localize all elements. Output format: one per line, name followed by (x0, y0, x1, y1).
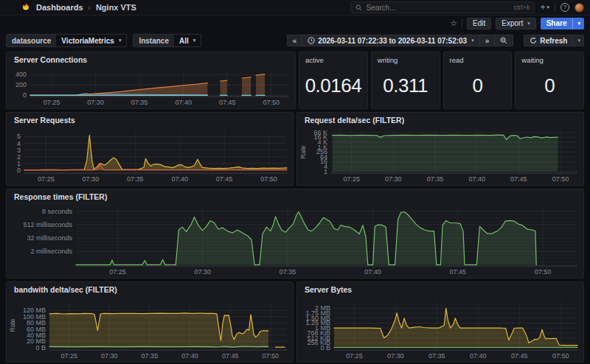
search-placeholder: Search... (366, 4, 395, 12)
svg-text:07:35: 07:35 (428, 352, 445, 360)
server-requests-chart[interactable]: 01234507:2507:3007:3507:4007:4507:50 (8, 127, 291, 183)
svg-text:512 milliseconds: 512 milliseconds (23, 221, 72, 228)
panel-title[interactable]: bandwith delta/sec (FILTER) (7, 282, 293, 297)
datasource-value: VictoriaMetrics (61, 37, 114, 45)
svg-text:Rate: Rate (9, 318, 16, 332)
share-dropdown-button[interactable]: ▾ (572, 18, 584, 29)
time-range-text: 2026-03-11 07:22:33 to 2026-03-11 07:52:… (318, 37, 467, 45)
svg-text:07:45: 07:45 (510, 175, 527, 183)
svg-text:07:50: 07:50 (535, 268, 552, 276)
variable-instance: Instance All ▾ (133, 34, 201, 47)
edit-button[interactable]: Edit (467, 18, 491, 29)
panel-server-requests: Server Requests 01234507:2507:3007:3507:… (6, 112, 294, 186)
svg-text:07:30: 07:30 (101, 352, 118, 360)
help-button[interactable]: ? (560, 3, 569, 12)
stat-label[interactable]: active (305, 56, 324, 64)
menu-icon[interactable] (6, 4, 15, 11)
breadcrumb-current: Nginx VTS (96, 3, 136, 12)
time-shift-back-button[interactable]: « (287, 35, 302, 46)
export-button[interactable]: Export ▾ (496, 18, 535, 29)
refresh-button[interactable]: Refresh (524, 35, 572, 46)
panel-title[interactable]: Server Requests (7, 113, 293, 127)
time-controls: « 2026-03-11 07:22:33 to 2026-03-11 07:5… (287, 35, 513, 46)
stat-value: 0.0164 (301, 66, 366, 105)
svg-text:07:35: 07:35 (427, 175, 444, 183)
time-range-picker[interactable]: 2026-03-11 07:22:33 to 2026-03-11 07:52:… (302, 35, 479, 46)
svg-text:120 MB: 120 MB (23, 307, 46, 314)
bandwith-delta-chart[interactable]: 0 B20 MB40 MB60 MB80 MB100 MB120 MB07:25… (8, 297, 291, 360)
zoom-out-button[interactable] (494, 35, 513, 46)
svg-text:07:45: 07:45 (511, 352, 528, 360)
refresh-interval-dropdown[interactable]: ▾ (572, 35, 584, 46)
svg-text:4: 4 (17, 140, 21, 147)
stat-value: 0.311 (373, 66, 438, 105)
divider (555, 3, 555, 12)
grafana-logo (21, 2, 31, 13)
svg-text:07:30: 07:30 (387, 352, 404, 360)
stat-label[interactable]: waiting (521, 56, 544, 64)
zoom-out-icon (500, 37, 507, 44)
request-delta-chart[interactable]: 1416642561 K4 K16 K66 K07:2507:3007:3507… (299, 127, 582, 183)
svg-text:07:50: 07:50 (260, 175, 277, 183)
svg-text:07:30: 07:30 (194, 268, 211, 276)
svg-text:07:35: 07:35 (280, 268, 296, 276)
svg-text:3: 3 (17, 147, 21, 154)
variable-datasource: datasource VictoriaMetrics ▾ (6, 34, 127, 47)
svg-text:07:40: 07:40 (468, 175, 485, 183)
panel-request-delta: Request delta/sec (FILTER) 1416642561 K4… (296, 112, 584, 186)
chevron-down-icon: ▾ (119, 38, 122, 43)
stat-value: 0 (517, 66, 582, 105)
add-button[interactable]: + ▾ (540, 2, 549, 13)
instance-label: Instance (133, 35, 174, 46)
panel-title[interactable]: Request delta/sec (FILTER) (297, 113, 583, 127)
panel-title[interactable]: Server Connections (7, 52, 295, 67)
dashboard-controls-bar: datasource VictoriaMetrics ▾ Instance Al… (0, 31, 590, 50)
panel-title[interactable]: Response times (FILTER) (7, 189, 583, 204)
svg-text:07:40: 07:40 (181, 352, 198, 360)
svg-text:Rate: Rate (299, 145, 307, 158)
chevron-down-icon: ▾ (577, 21, 580, 27)
user-avatar[interactable] (575, 3, 584, 13)
svg-text:07:25: 07:25 (44, 99, 60, 106)
svg-text:07:50: 07:50 (552, 352, 569, 360)
svg-text:66 K: 66 K (313, 129, 327, 136)
svg-text:07:30: 07:30 (83, 175, 100, 183)
share-button[interactable]: Share (541, 18, 573, 29)
svg-text:200: 200 (15, 81, 27, 88)
svg-text:8 seconds: 8 seconds (42, 208, 73, 215)
response-times-chart[interactable]: 8 seconds512 milliseconds32 milliseconds… (8, 204, 582, 276)
stat-panel-active: active 0.0164 (299, 52, 368, 109)
panel-bandwith-delta: bandwith delta/sec (FILTER) 0 B20 MB40 M… (6, 281, 294, 363)
svg-text:07:45: 07:45 (219, 99, 236, 106)
svg-text:07:30: 07:30 (87, 99, 104, 106)
refresh-controls: Refresh ▾ (524, 35, 584, 46)
search-shortcut: ctrl+k (514, 4, 530, 11)
svg-text:07:25: 07:25 (346, 352, 363, 360)
svg-text:2: 2 (17, 153, 21, 161)
svg-text:07:25: 07:25 (38, 175, 55, 183)
dashboard-actions-bar: ☆ Edit Export ▾ Share ▾ (0, 15, 590, 31)
divider (462, 19, 462, 28)
search-input[interactable]: Search... ctrl+k (350, 1, 535, 13)
panel-title[interactable]: Server Bytes (297, 282, 583, 297)
svg-text:07:45: 07:45 (222, 352, 239, 360)
server-bytes-chart[interactable]: 0 B256 KiB512 KiB768 KiB1 MB1.25 MB1.50 … (299, 297, 582, 360)
breadcrumb-dashboards[interactable]: Dashboards (36, 3, 83, 12)
time-shift-forward-button[interactable]: » (479, 35, 495, 46)
dashboard-grid: Server Connections 020040007:2507:3007:3… (0, 50, 590, 364)
svg-text:5: 5 (17, 133, 21, 140)
star-icon[interactable]: ☆ (450, 18, 457, 28)
svg-text:07:45: 07:45 (450, 268, 467, 276)
svg-text:0: 0 (17, 167, 21, 174)
svg-text:07:35: 07:35 (131, 99, 148, 106)
svg-text:2 milliseconds: 2 milliseconds (30, 248, 72, 255)
svg-text:2 MB: 2 MB (315, 304, 330, 312)
datasource-dropdown[interactable]: VictoriaMetrics ▾ (56, 37, 126, 45)
chevron-down-icon: ▾ (527, 21, 530, 27)
server-connections-chart[interactable]: 020040007:2507:3007:3507:4007:4507:50 (8, 67, 294, 107)
stat-label[interactable]: writing (378, 56, 398, 64)
instance-dropdown[interactable]: All ▾ (174, 37, 201, 45)
breadcrumb-separator-icon: › (88, 4, 91, 12)
stat-label[interactable]: read (450, 56, 464, 64)
refresh-label: Refresh (540, 37, 567, 45)
